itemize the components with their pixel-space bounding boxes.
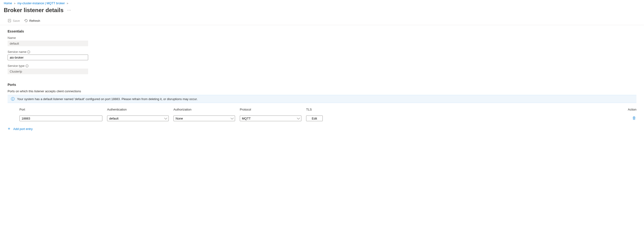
col-protocol: Protocol <box>240 108 306 111</box>
ports-table-header: Port Authentication Authorization Protoc… <box>8 108 636 116</box>
col-authorization: Authorization <box>174 108 240 111</box>
protocol-select[interactable]: MQTT <box>240 116 302 121</box>
col-authentication: Authentication <box>107 108 174 111</box>
refresh-icon <box>24 19 28 23</box>
ports-heading: Ports <box>8 83 636 87</box>
breadcrumb: Home > my-cluster-instance | MQTT broker… <box>0 0 644 6</box>
service-name-input[interactable] <box>8 55 88 60</box>
svg-rect-1 <box>9 19 10 20</box>
service-type-field: Service type i <box>8 64 636 74</box>
info-banner: Your system has a default listener named… <box>8 95 636 103</box>
save-button[interactable]: Save <box>8 18 20 23</box>
page-header: Broker listener details ··· <box>0 6 644 16</box>
ports-table: Port Authentication Authorization Protoc… <box>8 108 636 133</box>
banner-text: Your system has a default listener named… <box>17 97 198 101</box>
ports-description: Ports on which this listener accepts cli… <box>8 89 636 93</box>
authorization-select[interactable]: None <box>174 116 235 121</box>
essentials-heading: Essentials <box>8 30 636 33</box>
service-name-field: Service name i <box>8 50 636 60</box>
info-icon[interactable]: i <box>26 65 28 67</box>
plus-icon: + <box>7 126 11 131</box>
name-label: Name <box>8 36 636 40</box>
page-title: Broker listener details <box>4 7 64 14</box>
table-row: default None MQTT Edit <box>8 116 636 125</box>
save-label: Save <box>13 19 20 23</box>
col-port: Port <box>20 108 107 111</box>
refresh-label: Refresh <box>30 19 40 23</box>
service-type-label: Service type i <box>8 64 636 68</box>
info-icon <box>11 97 15 101</box>
save-icon <box>8 19 11 23</box>
chevron-right-icon: > <box>66 2 68 5</box>
content: Essentials Name Service name i Service t… <box>0 25 644 133</box>
name-field: Name <box>8 36 636 46</box>
info-icon[interactable]: i <box>27 51 30 53</box>
breadcrumb-home[interactable]: Home <box>4 2 12 5</box>
svg-point-4 <box>12 98 13 98</box>
delete-icon[interactable] <box>632 116 636 120</box>
refresh-button[interactable]: Refresh <box>24 18 40 23</box>
col-tls: TLS <box>306 108 360 111</box>
toolbar: Save Refresh <box>0 16 644 25</box>
more-icon[interactable]: ··· <box>67 8 71 12</box>
port-input[interactable] <box>20 116 102 121</box>
authentication-select[interactable]: default <box>107 116 169 121</box>
service-type-input <box>8 69 88 74</box>
breadcrumb-instance[interactable]: my-cluster-instance | MQTT broker <box>17 2 65 5</box>
add-port-label: Add port entry <box>13 127 33 131</box>
chevron-right-icon: > <box>14 2 16 5</box>
col-action: Action <box>360 108 636 111</box>
service-name-label: Service name i <box>8 50 636 54</box>
tls-edit-button[interactable]: Edit <box>306 116 323 121</box>
svg-rect-2 <box>8 21 11 22</box>
name-input <box>8 41 88 46</box>
svg-rect-5 <box>12 99 13 100</box>
add-port-entry-button[interactable]: + Add port entry <box>7 125 636 133</box>
